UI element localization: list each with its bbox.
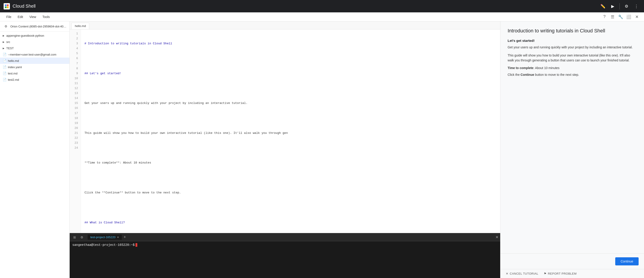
panel-para2: This guide will show you how to build yo…: [508, 53, 637, 63]
close-editor-btn[interactable]: ✕: [633, 13, 640, 21]
close-terminal-btn[interactable]: ✕: [496, 235, 498, 239]
tree-item-label: test2.md: [8, 78, 19, 81]
tree-item-index-yaml[interactable]: 📄 index.yaml: [0, 64, 70, 70]
terminal-cursor: [136, 243, 137, 247]
time-value: About 10 minutes: [535, 66, 560, 70]
svg-rect-2: [5, 6, 7, 8]
panel-time: Time to complete: About 10 minutes: [508, 66, 637, 70]
code-line-5: Get your users up and running quickly wi…: [84, 101, 496, 106]
cancel-tutorial-button[interactable]: ✕ CANCEL TUTORIAL: [506, 272, 538, 275]
project-name: Orion Content (8085-dot-2959604-dot-4019…: [10, 25, 67, 28]
svg-rect-0: [5, 4, 7, 6]
wrench-icon-btn[interactable]: 🔧: [617, 13, 624, 21]
panel-continue-note: Click the Continue button to move to the…: [508, 73, 637, 77]
panel-para1: Get your users up and running quickly wi…: [508, 45, 637, 50]
report-problem-label: REPORT PROBLEM: [548, 272, 576, 275]
terminal-area: ⊞ ⚙ test-project-165220 ✕ + ✕ sangeethaa…: [70, 233, 500, 278]
add-terminal-btn[interactable]: +: [124, 235, 126, 239]
menu-edit[interactable]: Edit: [15, 14, 26, 20]
tree-item-hello-md[interactable]: 📄 hello.md: [0, 58, 70, 64]
right-panel: Introduction to writing tutorials in Clo…: [500, 21, 644, 278]
editor-tab-hello-md[interactable]: hello.md: [72, 23, 89, 29]
code-line-12: [84, 205, 496, 210]
code-lines: 1 2 3 4 5 6 7 8 9 10 11 12 13 14: [70, 30, 500, 233]
editor-area: hello.md 1 2 3 4 5 6 7 8 9 10: [70, 21, 500, 233]
code-line-10: [84, 175, 496, 180]
code-line-13: ## What is Cloud Shell?: [84, 220, 496, 225]
edit-icon-btn[interactable]: ✏️: [599, 2, 607, 10]
terminal-body[interactable]: sangeethaa@test-project-165220:~$: [70, 241, 500, 278]
tree-item-label: index.yaml: [8, 66, 22, 69]
menubar: File Edit View Tools ? ☰ 🔧 ⬜ ✕: [0, 12, 644, 21]
terminal-icon-btn[interactable]: ▶: [609, 2, 617, 10]
tree-item-test[interactable]: ▶ TEST: [0, 45, 70, 51]
tree-item-test-md[interactable]: 📄 test.md: [0, 70, 70, 77]
topbar-actions: ✏️ ▶ ⚙ ⋮: [599, 2, 640, 10]
terminal-icons: ⊞ ⚙: [72, 234, 85, 240]
terminal-tab-close[interactable]: ✕: [117, 236, 119, 239]
report-problem-button[interactable]: ⚑ REPORT PROBLEM: [544, 272, 576, 275]
tree-item-label: test.md: [8, 72, 18, 75]
editor-terminal-column: hello.md 1 2 3 4 5 6 7 8 9 10: [70, 21, 500, 278]
panel-subtitle: Let's get started!: [508, 39, 637, 43]
code-line-3: ## Let's get started!: [84, 71, 496, 76]
code-editor[interactable]: 1 2 3 4 5 6 7 8 9 10 11 12 13 14: [70, 30, 500, 233]
arrow-icon: ▶: [3, 47, 4, 50]
app-title: Cloud Shell: [12, 4, 596, 9]
tree-item-label: TEST: [6, 47, 14, 50]
arrow-icon: ▶: [3, 35, 4, 37]
tree-item-test2-md[interactable]: 📄 test2.md: [0, 77, 70, 83]
arrow-icon: ▶: [3, 41, 4, 43]
code-line-4: [84, 86, 496, 91]
tree-item-label: --member=user:test-user@gmail.com: [8, 53, 56, 56]
terminal-tab-bar: ⊞ ⚙ test-project-165220 ✕ + ✕: [70, 233, 500, 241]
more-icon-btn[interactable]: ⋮: [632, 2, 640, 10]
file-tree: ▶ appengine-guestbook-python ▶ src ▶ TES…: [0, 32, 70, 278]
topbar-divider: [620, 3, 620, 10]
help-icon-btn[interactable]: ?: [601, 13, 608, 21]
tree-item-member[interactable]: 📄 --member=user:test-user@gmail.com: [0, 51, 70, 58]
code-line-9: **Time to complete**: About 10 minutes: [84, 160, 496, 165]
file-icon: 📄: [3, 53, 6, 56]
tree-item-label: hello.md: [8, 59, 19, 63]
tree-item-src[interactable]: ▶ src: [0, 39, 70, 45]
tree-item-label: appengine-guestbook-python: [6, 34, 44, 37]
split-view-btn[interactable]: ⬜: [625, 13, 632, 21]
code-content: # Introduction to writing tutorials in C…: [81, 30, 500, 233]
file-icon: 📄: [3, 72, 6, 75]
sidebar: ⚙ Orion Content (8085-dot-2959604-dot-40…: [0, 21, 70, 278]
time-label: Time to complete: [508, 66, 534, 70]
code-line-8: [84, 146, 496, 150]
code-line-11: Click the **Continue** button to move to…: [84, 190, 496, 195]
app-logo: [4, 3, 10, 10]
terminal-settings-btn[interactable]: ⚙: [79, 234, 85, 240]
menu-file[interactable]: File: [4, 14, 14, 20]
cancel-tutorial-label: CANCEL TUTORIAL: [510, 272, 538, 275]
continue-button[interactable]: Continue: [615, 257, 638, 265]
terminal-tab[interactable]: test-project-165220 ✕: [88, 235, 122, 240]
svg-rect-1: [7, 4, 9, 6]
prompt-text: sangeethaa@test-project-165220:~$: [72, 243, 134, 247]
code-line-7: This guide will show you how to build yo…: [84, 131, 496, 136]
tree-item-appengine[interactable]: ▶ appengine-guestbook-python: [0, 32, 70, 39]
continue-bold: Continue: [521, 73, 534, 77]
terminal-prompt: sangeethaa@test-project-165220:~$: [72, 243, 498, 247]
menu-tools[interactable]: Tools: [40, 14, 52, 20]
terminal-tab-label: test-project-165220: [90, 235, 116, 239]
file-icon: 📄: [3, 59, 6, 63]
menu-view[interactable]: View: [27, 14, 39, 20]
file-icon: 📄: [3, 65, 6, 69]
terminal-grid-btn[interactable]: ⊞: [72, 234, 78, 240]
tab-bar: hello.md: [70, 21, 500, 30]
line-numbers: 1 2 3 4 5 6 7 8 9 10 11 12 13 14: [70, 30, 81, 233]
settings-icon-btn[interactable]: ⚙: [622, 2, 630, 10]
sidebar-settings-btn[interactable]: ⚙: [3, 23, 9, 30]
panel-footer: Continue: [500, 253, 644, 269]
main-area: ⚙ Orion Content (8085-dot-2959604-dot-40…: [0, 21, 644, 278]
code-line-6: [84, 116, 496, 121]
tree-item-label: src: [6, 40, 10, 44]
file-icon: 📄: [3, 78, 6, 81]
terminal-toggle-btn[interactable]: ☰: [609, 13, 616, 21]
panel-bottom-bar: ✕ CANCEL TUTORIAL ⚑ REPORT PROBLEM: [500, 269, 644, 278]
cancel-x-icon: ✕: [506, 272, 508, 275]
